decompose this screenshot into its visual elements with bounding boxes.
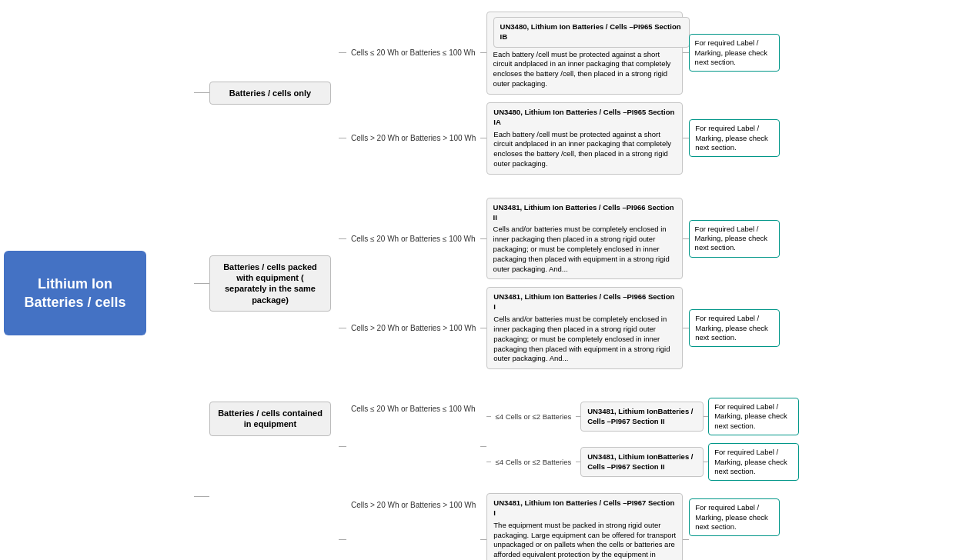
label-g2b2: For required Label / Marking, please che… xyxy=(689,309,780,347)
hline-g2b2r2 xyxy=(683,328,689,328)
info-title-g3b2: UN3481, Lithium Ion Batteries / Cells –P… xyxy=(493,498,676,518)
info-g2b2: UN3481, Lithium Ion Batteries / Cells –P… xyxy=(486,287,683,369)
info-text-g2b2: Cells and/or batteries must be completel… xyxy=(493,315,676,364)
info-g3b2: UN3481, Lithium Ion Batteries / Cells –P… xyxy=(486,493,683,560)
info-g3b1s2: UN3481, Lithium IonBatteries / Cells –PI… xyxy=(580,447,704,478)
g3-b1-sub1: ≤4 Cells or ≤2 Batteries UN3481, Lithium… xyxy=(486,398,800,435)
group-batteries-packed: Batteries / cells packed with equipment … xyxy=(194,194,962,373)
hline-g1b1r xyxy=(480,52,486,53)
info-text-g3b2: The equipment must be packed in strong r… xyxy=(493,521,676,560)
hline-g2b1r xyxy=(480,238,486,239)
hline-g2 xyxy=(194,283,209,284)
info-g3b1s1: UN3481, Lithium IonBatteries / Cells –PI… xyxy=(580,402,704,432)
hline-g2b2r xyxy=(480,328,486,328)
info-text-g1b2: Each battery /cell must be protected aga… xyxy=(493,130,676,169)
g3-b1-subs: ≤4 Cells or ≤2 Batteries UN3481, Lithium… xyxy=(486,394,800,485)
hline-g2b2 xyxy=(339,328,346,328)
info-title-g2b2: UN3481, Lithium Ion Batteries / Cells –P… xyxy=(493,292,676,312)
info-title-g3b1s1: UN3481, Lithium IonBatteries / Cells –PI… xyxy=(587,407,697,427)
g2-branch2: Cells > 20 Wh or Batteries > 100 Wh UN34… xyxy=(339,287,780,369)
label-g3b1s1: For required Label / Marking, please che… xyxy=(708,398,799,435)
cond-g1b1: Cells ≤ 20 Wh or Batteries ≤ 100 Wh xyxy=(346,48,480,57)
group3-subtree: Cells ≤ 20 Wh or Batteries ≤ 100 Wh ≤4 C… xyxy=(331,391,799,560)
label-g3b1s2: For required Label / Marking, please che… xyxy=(708,443,799,481)
hline-g2b1r2 xyxy=(683,238,689,239)
g3-branch1: Cells ≤ 20 Wh or Batteries ≤ 100 Wh ≤4 C… xyxy=(339,394,799,485)
hline-g1b2r2 xyxy=(683,138,689,138)
group-label-batteries-packed: Batteries / cells packed with equipment … xyxy=(209,255,331,312)
lion-tree: Batteries / cells only Cells ≤ 20 Wh or … xyxy=(146,4,962,560)
hline-g2b1 xyxy=(339,238,346,239)
group1-subtree: Cells ≤ 20 Wh or Batteries ≤ 100 Wh UN34… xyxy=(331,8,780,178)
hline-g3 xyxy=(194,496,209,497)
info-g2b1: UN3481, Lithium Ion Batteries / Cells –P… xyxy=(486,198,683,280)
sub-cond-g3b1s2: ≤4 Cells or ≤2 Batteries xyxy=(491,458,577,466)
sub-cond-g3b1s1: ≤4 Cells or ≤2 Batteries xyxy=(491,412,577,421)
label-g1b1: For required Label / Marking, please che… xyxy=(689,34,780,72)
flow-container: Lithium Ion Batteries / cells Batteries … xyxy=(0,0,966,560)
cond-g2b1: Cells ≤ 20 Wh or Batteries ≤ 100 Wh xyxy=(346,235,480,243)
info-text-g2b1: Cells and/or batteries must be completel… xyxy=(493,225,676,274)
group-batteries-contained: Batteries / cells contained in equipment… xyxy=(194,391,962,560)
g3-branch2: Cells > 20 Wh or Batteries > 100 Wh UN34… xyxy=(339,493,799,560)
label-g2b1: For required Label / Marking, please che… xyxy=(689,220,780,258)
group-batteries-only: Batteries / cells only Cells ≤ 20 Wh or … xyxy=(194,8,962,178)
info-title-g1b2: UN3480, Lithium Ion Batteries / Cells –P… xyxy=(493,108,676,128)
info-title-g3b1s2: UN3481, Lithium IonBatteries / Cells –PI… xyxy=(587,452,697,472)
lion-section: Lithium Ion Batteries / cells Batteries … xyxy=(4,4,962,560)
g2-branch1: Cells ≤ 20 Wh or Batteries ≤ 100 Wh UN34… xyxy=(339,198,780,280)
hline-g1 xyxy=(194,92,209,93)
cond-g2b2: Cells > 20 Wh or Batteries > 100 Wh xyxy=(346,324,480,332)
info-g1b2: UN3480, Lithium Ion Batteries / Cells –P… xyxy=(486,102,683,175)
label-g1b2: For required Label / Marking, please che… xyxy=(689,119,780,157)
g1-branch2: Cells > 20 Wh or Batteries > 100 Wh UN34… xyxy=(339,102,780,175)
hline-g3b2r2 xyxy=(683,539,689,540)
hline-g1b2 xyxy=(339,138,346,138)
info-title-g1b1: UN3480, Lithium Ion Batteries / Cells –P… xyxy=(493,17,690,48)
cond-g1b2: Cells > 20 Wh or Batteries > 100 Wh xyxy=(346,134,480,142)
lion-label: Lithium Ion Batteries / cells xyxy=(4,251,146,335)
hline-g1b1r2 xyxy=(683,52,689,53)
hline-g3b1r xyxy=(480,446,486,447)
cond-g3b2: Cells > 20 Wh or Batteries > 100 Wh xyxy=(346,501,480,509)
g1-connector-svg xyxy=(331,8,339,178)
hline-g3b2r xyxy=(480,539,486,540)
hline-g3b2 xyxy=(339,539,346,540)
info-title-g2b1: UN3481, Lithium Ion Batteries / Cells –P… xyxy=(493,203,676,223)
label-g3b2: For required Label / Marking, please che… xyxy=(689,498,780,536)
info-text-g1b1: Each battery /cell must be protected aga… xyxy=(493,50,676,89)
g1-branch1: Cells ≤ 20 Wh or Batteries ≤ 100 Wh UN34… xyxy=(339,12,780,95)
cond-g3b1: Cells ≤ 20 Wh or Batteries ≤ 100 Wh xyxy=(346,405,480,413)
hline-g1b1 xyxy=(339,52,346,53)
group-label-batteries-contained: Batteries / cells contained in equipment xyxy=(209,402,331,436)
hline-g1b2r xyxy=(480,138,486,138)
hline-g3b1 xyxy=(339,446,346,447)
g3-b1-sub2: ≤4 Cells or ≤2 Batteries UN3481, Lithium… xyxy=(486,443,800,481)
group2-subtree: Cells ≤ 20 Wh or Batteries ≤ 100 Wh UN34… xyxy=(331,194,780,373)
group-label-batteries-only: Batteries / cells only xyxy=(209,82,331,105)
info-g1b1: UN3480, Lithium Ion Batteries / Cells –P… xyxy=(486,12,683,95)
